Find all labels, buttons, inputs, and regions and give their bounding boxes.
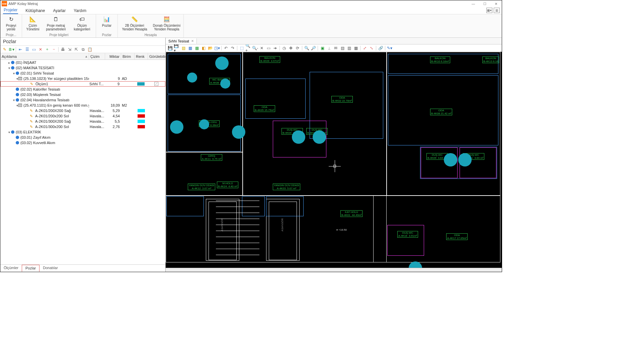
measurement-marker[interactable] xyxy=(444,153,457,166)
fit-icon[interactable]: ▭ xyxy=(265,45,271,51)
tree-row[interactable]: (25.470.1101) En geniş kenarı 600 mm.ye … xyxy=(0,103,165,108)
measurement-marker[interactable] xyxy=(220,79,230,89)
ribbon-button[interactable]: 📊Pozlar xyxy=(98,15,115,33)
bottom-tab[interactable]: Ölçümler xyxy=(0,265,22,272)
box3-icon[interactable]: ▩ xyxy=(194,45,200,51)
tree-row[interactable]: (02.03) Müşterek Tesisat xyxy=(0,92,165,97)
ribbon-button[interactable]: 📏2B Ölçümleri Yeniden Hesapla xyxy=(120,15,149,33)
measurement-marker[interactable] xyxy=(292,130,305,144)
window-close-button[interactable]: ✕ xyxy=(490,0,502,7)
layers-icon[interactable]: ◧ xyxy=(200,45,207,51)
menu-projeler[interactable]: Projeler xyxy=(3,7,18,14)
bottom-tab[interactable]: Pozlar xyxy=(22,265,39,272)
box2-icon[interactable]: ▦ xyxy=(187,45,193,51)
paste-icon[interactable]: 📋 xyxy=(87,46,93,52)
saveas-icon[interactable]: 💾▾ xyxy=(174,45,180,51)
dim-icon[interactable]: ⟂ xyxy=(326,45,332,51)
redo-icon[interactable]: ↷ xyxy=(230,45,236,51)
measurement-marker[interactable] xyxy=(232,125,245,139)
measure2-icon[interactable]: ⤡ xyxy=(369,45,375,51)
block-icon[interactable]: ▤ xyxy=(339,45,345,51)
tree-row[interactable]: ✎Ölçüm1Sıhhi T...9✓ xyxy=(0,81,165,87)
expand-icon[interactable] xyxy=(12,72,16,75)
measurement-marker[interactable] xyxy=(170,120,183,134)
doc-tab-sihhi[interactable]: Sıhhi Tesisat ✕ xyxy=(166,38,197,44)
close-tab-icon[interactable]: ✕ xyxy=(191,39,194,43)
ribbon-button[interactable]: 📐Çizim Yönetimi xyxy=(24,15,42,33)
window-maximize-button[interactable]: ☐ xyxy=(479,0,490,7)
layout-switch-icon[interactable]: ▦▾ xyxy=(486,8,492,13)
col-aciklama[interactable]: Açıklama▴ xyxy=(0,53,89,60)
col-gorulebilir[interactable]: Görülebilir xyxy=(148,53,165,60)
measurement-marker[interactable] xyxy=(313,130,326,144)
import-icon[interactable]: ⇱ xyxy=(73,46,79,52)
layer-mgr-icon[interactable]: ▣ xyxy=(319,45,325,51)
tree-row[interactable]: (02) MAKİNA TESİSATI xyxy=(0,65,165,71)
measurement-marker[interactable] xyxy=(199,119,209,129)
tree-row[interactable]: (03.01) Zayıf Akım xyxy=(0,135,165,140)
new-doc-icon[interactable]: 🗎▾ xyxy=(8,46,14,52)
zoom-in-icon[interactable]: 🔍+ xyxy=(245,45,251,51)
tree-row[interactable]: ✎A-2K01/300X200 SağHavala...5,5 xyxy=(0,119,165,124)
menu-yardim[interactable]: Yardım xyxy=(73,7,87,14)
expand-icon[interactable] xyxy=(7,61,11,65)
tree-body[interactable]: (01) İNŞAAT(02) MAKİNA TESİSATI(02.01) S… xyxy=(0,60,165,264)
col-cizim[interactable]: Çizim xyxy=(89,53,105,60)
open-icon[interactable]: 📂 xyxy=(207,45,213,51)
card-icon[interactable]: ▭ xyxy=(31,46,37,52)
save-icon[interactable]: 💾 xyxy=(167,45,173,51)
indent-left-icon[interactable]: ⇤ xyxy=(17,46,23,52)
menu-kutuphane[interactable]: Kütüphane xyxy=(25,7,46,14)
ribbon-button[interactable]: 🗒Proje metraj parametreleri xyxy=(44,15,68,33)
expand-icon[interactable] xyxy=(7,66,11,70)
edit-icon[interactable]: ✎ xyxy=(2,46,8,52)
pan-icon[interactable]: ✥ xyxy=(288,45,294,51)
measurement-marker[interactable] xyxy=(215,56,229,70)
measure-icon[interactable]: ⤢ xyxy=(362,45,368,51)
remove-icon[interactable]: － xyxy=(51,46,57,52)
tree-row[interactable]: (02.02) Kalorifer Tesisatı xyxy=(0,87,165,92)
measurement-marker[interactable] xyxy=(458,153,472,166)
orbit-icon[interactable]: ◷ xyxy=(281,45,287,51)
panel-toggle-icon[interactable]: ▥ xyxy=(494,8,500,13)
menu-ayarlar[interactable]: Ayarlar xyxy=(52,7,66,14)
cancel-icon[interactable]: ✕ xyxy=(259,45,265,51)
horizontal-scrollbar[interactable] xyxy=(166,268,502,272)
tree-row[interactable]: (25.138.1023) Yer süzgeci plastikten 15x… xyxy=(0,76,165,81)
col-renk[interactable]: Renk xyxy=(135,53,148,60)
select-rect-icon[interactable]: ⬚ xyxy=(239,45,245,51)
tree-row[interactable]: (02.01) Sıhhi Tesisat xyxy=(0,71,165,76)
tree-row[interactable]: (01) İNŞAAT xyxy=(0,60,165,65)
tree-row[interactable]: ✎A-2K01/200x200 SolHavala...4,54 xyxy=(0,113,165,119)
bottom-tab[interactable]: Donatılar xyxy=(39,265,61,272)
ribbon-button[interactable]: 🧮Donatı Ölçümlerini Yeniden Hesapla xyxy=(152,15,181,33)
expand-icon[interactable] xyxy=(12,98,16,102)
measurement-marker[interactable] xyxy=(187,73,197,83)
grid-icon[interactable]: ▦ xyxy=(353,45,359,51)
find-icon[interactable]: 🔍 xyxy=(304,45,310,51)
col-birim[interactable]: Birim xyxy=(121,53,135,60)
cad-viewport[interactable]: BALKON B-4K09 4.97m²BALKON B-4K10 6.16m²… xyxy=(166,52,502,268)
rotate-icon[interactable]: ⟳ xyxy=(295,45,301,51)
link-icon[interactable]: 🔗 xyxy=(378,45,384,51)
tree-row[interactable]: (03.02) Kuvvetli Akım xyxy=(0,140,165,145)
tree-row[interactable]: (03) ELEKTRİK xyxy=(0,129,165,135)
annot-icon[interactable]: ✉ xyxy=(333,45,339,51)
cube-icon[interactable]: ◳▾ xyxy=(214,45,220,51)
zoom-out-icon[interactable]: 🔍- xyxy=(252,45,258,51)
tree-row[interactable]: (02.04) Havalandırma Tesisatı xyxy=(0,97,165,103)
undo-icon[interactable]: ↶ xyxy=(223,45,229,51)
export-icon[interactable]: ⇲ xyxy=(67,46,73,52)
print-icon[interactable]: 🖶 xyxy=(60,46,66,52)
delete-icon[interactable]: ✕ xyxy=(37,46,44,52)
box-icon[interactable]: ▧ xyxy=(180,45,186,51)
list-icon[interactable]: ☰ xyxy=(24,46,30,52)
col-miktar[interactable]: Miktar xyxy=(105,53,121,60)
ribbon-button[interactable]: 🏷Ölçüm kategorileri xyxy=(70,15,94,33)
row-visible[interactable]: ✓ xyxy=(148,82,165,86)
window-minimize-button[interactable]: — xyxy=(468,0,479,7)
prop-icon[interactable]: ▥ xyxy=(346,45,352,51)
next-icon[interactable]: ➔ xyxy=(272,45,278,51)
tree-row[interactable]: ✎A-2K01/300x200 SolHavala...2,76 xyxy=(0,124,165,129)
replace-icon[interactable]: 🔎 xyxy=(310,45,316,51)
